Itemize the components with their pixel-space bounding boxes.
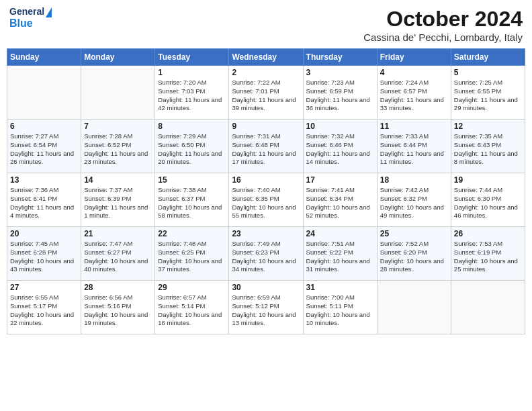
day-number: 6: [10, 122, 78, 131]
calendar-day: 1Sunrise: 7:20 AMSunset: 7:03 PMDaylight…: [155, 66, 229, 120]
day-detail: Sunrise: 7:00 AMSunset: 5:11 PMDaylight:…: [306, 293, 374, 328]
day-detail: Sunrise: 7:20 AMSunset: 7:03 PMDaylight:…: [158, 79, 226, 113]
calendar-day: 17Sunrise: 7:41 AMSunset: 6:34 PMDayligh…: [303, 173, 377, 227]
calendar-week: 6Sunrise: 7:27 AMSunset: 6:54 PMDaylight…: [7, 120, 525, 173]
calendar-day: [7, 66, 81, 120]
page-header: General Blue October 2024 Cassina de' Pe…: [7, 7, 525, 43]
calendar-day: 13Sunrise: 7:36 AMSunset: 6:41 PMDayligh…: [7, 173, 81, 227]
day-number: 14: [84, 175, 152, 185]
calendar-day: 20Sunrise: 7:45 AMSunset: 6:28 PMDayligh…: [7, 227, 81, 281]
calendar-day: 28Sunrise: 6:56 AMSunset: 5:16 PMDayligh…: [81, 281, 155, 334]
day-number: 12: [454, 122, 522, 131]
day-detail: Sunrise: 7:24 AMSunset: 6:57 PMDaylight:…: [380, 79, 448, 113]
calendar-day: 14Sunrise: 7:37 AMSunset: 6:39 PMDayligh…: [81, 173, 155, 227]
day-detail: Sunrise: 7:25 AMSunset: 6:55 PMDaylight:…: [454, 79, 522, 113]
calendar-week: 20Sunrise: 7:45 AMSunset: 6:28 PMDayligh…: [7, 227, 525, 281]
day-number: 1: [158, 68, 226, 77]
calendar-day: 11Sunrise: 7:33 AMSunset: 6:44 PMDayligh…: [377, 120, 451, 173]
day-detail: Sunrise: 7:31 AMSunset: 6:48 PMDaylight:…: [232, 132, 300, 167]
day-number: 18: [380, 175, 448, 185]
calendar-day: 8Sunrise: 7:29 AMSunset: 6:50 PMDaylight…: [155, 120, 229, 173]
day-detail: Sunrise: 7:23 AMSunset: 6:59 PMDaylight:…: [306, 79, 374, 113]
day-detail: Sunrise: 6:55 AMSunset: 5:17 PMDaylight:…: [10, 293, 78, 328]
calendar-day: 18Sunrise: 7:42 AMSunset: 6:32 PMDayligh…: [377, 173, 451, 227]
calendar-table: SundayMondayTuesdayWednesdayThursdayFrid…: [7, 48, 525, 334]
calendar-week: 1Sunrise: 7:20 AMSunset: 7:03 PMDaylight…: [7, 66, 525, 120]
day-number: 3: [306, 68, 374, 77]
col-header-sunday: Sunday: [7, 49, 81, 66]
day-number: 20: [10, 229, 78, 238]
day-detail: Sunrise: 7:40 AMSunset: 6:35 PMDaylight:…: [232, 186, 300, 220]
day-number: 26: [454, 229, 522, 238]
day-detail: Sunrise: 7:52 AMSunset: 6:20 PMDaylight:…: [380, 240, 448, 274]
col-header-tuesday: Tuesday: [155, 49, 229, 66]
day-detail: Sunrise: 7:48 AMSunset: 6:25 PMDaylight:…: [158, 240, 226, 274]
day-number: 2: [232, 68, 300, 77]
day-detail: Sunrise: 7:42 AMSunset: 6:32 PMDaylight:…: [380, 186, 448, 220]
logo-general: General: [9, 7, 52, 17]
calendar-day: 21Sunrise: 7:47 AMSunset: 6:27 PMDayligh…: [81, 227, 155, 281]
day-detail: Sunrise: 7:36 AMSunset: 6:41 PMDaylight:…: [10, 186, 78, 220]
calendar-day: 22Sunrise: 7:48 AMSunset: 6:25 PMDayligh…: [155, 227, 229, 281]
calendar-day: 16Sunrise: 7:40 AMSunset: 6:35 PMDayligh…: [229, 173, 303, 227]
day-number: 10: [306, 122, 374, 131]
calendar-day: 27Sunrise: 6:55 AMSunset: 5:17 PMDayligh…: [7, 281, 81, 334]
day-number: 31: [306, 283, 374, 292]
calendar-day: 7Sunrise: 7:28 AMSunset: 6:52 PMDaylight…: [81, 120, 155, 173]
calendar-day: 30Sunrise: 6:59 AMSunset: 5:12 PMDayligh…: [229, 281, 303, 334]
calendar-day: 24Sunrise: 7:51 AMSunset: 6:22 PMDayligh…: [303, 227, 377, 281]
day-detail: Sunrise: 7:53 AMSunset: 6:19 PMDaylight:…: [454, 240, 522, 274]
day-number: 16: [232, 175, 300, 185]
day-detail: Sunrise: 7:22 AMSunset: 7:01 PMDaylight:…: [232, 79, 300, 113]
day-detail: Sunrise: 7:32 AMSunset: 6:46 PMDaylight:…: [306, 132, 374, 167]
title-section: October 2024 Cassina de' Pecchi, Lombard…: [363, 7, 523, 43]
calendar-day: 19Sunrise: 7:44 AMSunset: 6:30 PMDayligh…: [451, 173, 525, 227]
month-title: October 2024: [363, 7, 523, 32]
calendar-day: 4Sunrise: 7:24 AMSunset: 6:57 PMDaylight…: [377, 66, 451, 120]
location-title: Cassina de' Pecchi, Lombardy, Italy: [363, 32, 523, 43]
day-number: 7: [84, 122, 152, 131]
day-number: 19: [454, 175, 522, 185]
day-number: 24: [306, 229, 374, 238]
col-header-monday: Monday: [81, 49, 155, 66]
day-number: 29: [158, 283, 226, 292]
day-number: 21: [84, 229, 152, 238]
day-number: 13: [10, 175, 78, 185]
calendar-day: 2Sunrise: 7:22 AMSunset: 7:01 PMDaylight…: [229, 66, 303, 120]
calendar-week: 13Sunrise: 7:36 AMSunset: 6:41 PMDayligh…: [7, 173, 525, 227]
day-detail: Sunrise: 6:56 AMSunset: 5:16 PMDaylight:…: [84, 293, 152, 328]
day-detail: Sunrise: 7:33 AMSunset: 6:44 PMDaylight:…: [380, 132, 448, 167]
calendar-week: 27Sunrise: 6:55 AMSunset: 5:17 PMDayligh…: [7, 281, 525, 334]
calendar-day: 23Sunrise: 7:49 AMSunset: 6:23 PMDayligh…: [229, 227, 303, 281]
day-detail: Sunrise: 7:49 AMSunset: 6:23 PMDaylight:…: [232, 240, 300, 274]
day-detail: Sunrise: 7:41 AMSunset: 6:34 PMDaylight:…: [306, 186, 374, 220]
calendar-day: 9Sunrise: 7:31 AMSunset: 6:48 PMDaylight…: [229, 120, 303, 173]
calendar-day: 29Sunrise: 6:57 AMSunset: 5:14 PMDayligh…: [155, 281, 229, 334]
day-number: 5: [454, 68, 522, 77]
day-detail: Sunrise: 7:28 AMSunset: 6:52 PMDaylight:…: [84, 132, 152, 167]
calendar-day: [81, 66, 155, 120]
calendar-day: 5Sunrise: 7:25 AMSunset: 6:55 PMDaylight…: [451, 66, 525, 120]
day-number: 30: [232, 283, 300, 292]
day-number: 27: [10, 283, 78, 292]
day-number: 15: [158, 175, 226, 185]
calendar-day: 3Sunrise: 7:23 AMSunset: 6:59 PMDaylight…: [303, 66, 377, 120]
day-number: 23: [232, 229, 300, 238]
calendar-day: 25Sunrise: 7:52 AMSunset: 6:20 PMDayligh…: [377, 227, 451, 281]
col-header-wednesday: Wednesday: [229, 49, 303, 66]
day-number: 9: [232, 122, 300, 131]
logo: General Blue: [9, 7, 52, 30]
calendar-day: [451, 281, 525, 334]
day-number: 25: [380, 229, 448, 238]
day-number: 8: [158, 122, 226, 131]
day-detail: Sunrise: 7:44 AMSunset: 6:30 PMDaylight:…: [454, 186, 522, 220]
day-number: 4: [380, 68, 448, 77]
day-number: 11: [380, 122, 448, 131]
day-detail: Sunrise: 7:29 AMSunset: 6:50 PMDaylight:…: [158, 132, 226, 167]
day-detail: Sunrise: 7:35 AMSunset: 6:43 PMDaylight:…: [454, 132, 522, 167]
day-detail: Sunrise: 6:59 AMSunset: 5:12 PMDaylight:…: [232, 293, 300, 328]
day-detail: Sunrise: 7:37 AMSunset: 6:39 PMDaylight:…: [84, 186, 152, 220]
day-detail: Sunrise: 6:57 AMSunset: 5:14 PMDaylight:…: [158, 293, 226, 328]
calendar-day: 15Sunrise: 7:38 AMSunset: 6:37 PMDayligh…: [155, 173, 229, 227]
calendar-day: 26Sunrise: 7:53 AMSunset: 6:19 PMDayligh…: [451, 227, 525, 281]
